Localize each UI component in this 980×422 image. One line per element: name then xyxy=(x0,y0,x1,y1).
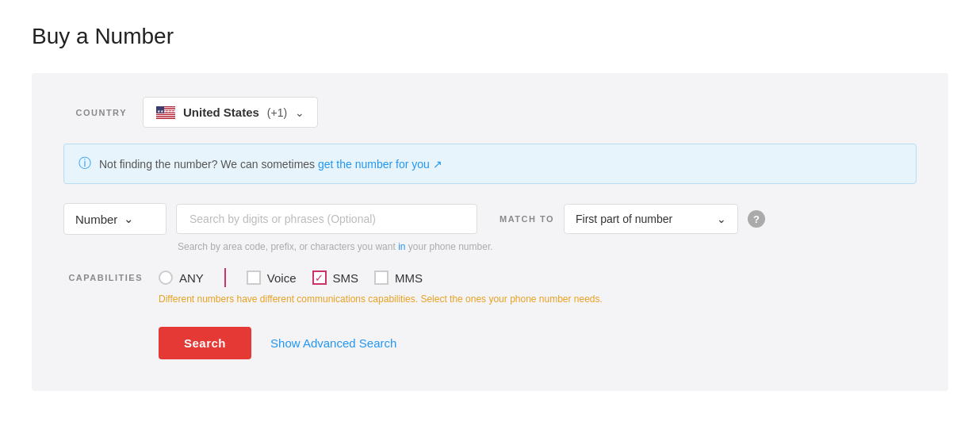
svg-rect-10 xyxy=(156,116,175,117)
sms-checkbox: ✓ xyxy=(312,270,327,285)
country-code: (+1) xyxy=(267,106,287,119)
voice-checkbox xyxy=(247,270,261,285)
country-label: COUNTRY xyxy=(63,108,127,117)
any-label: ANY xyxy=(179,271,204,285)
svg-rect-7 xyxy=(156,113,175,113)
capabilities-divider xyxy=(224,268,226,287)
search-button[interactable]: Search xyxy=(159,327,251,359)
sms-label: SMS xyxy=(333,271,359,285)
search-input[interactable] xyxy=(176,204,477,234)
svg-rect-12 xyxy=(156,117,175,118)
match-to-label: MATCH TO xyxy=(500,214,554,224)
capability-any[interactable]: ANY xyxy=(159,270,204,285)
search-row: Number ⌄ MATCH TO First part of number ⌄… xyxy=(63,203,917,235)
voice-label: Voice xyxy=(267,271,297,285)
page-title: Buy a Number xyxy=(32,24,948,49)
match-to-dropdown[interactable]: First part of number ⌄ xyxy=(564,204,738,234)
country-chevron-down-icon: ⌄ xyxy=(295,106,304,119)
capability-voice[interactable]: Voice xyxy=(247,270,297,285)
svg-text:★★★★★★: ★★★★★★ xyxy=(157,108,175,113)
mms-checkbox xyxy=(374,270,389,285)
info-text: Not finding the number? We can sometimes… xyxy=(99,158,442,171)
main-container: COUNTRY xyxy=(32,73,948,391)
svg-rect-11 xyxy=(156,117,175,117)
sms-checkmark-icon: ✓ xyxy=(315,273,323,283)
number-type-dropdown[interactable]: Number ⌄ xyxy=(63,203,167,235)
number-type-chevron-icon: ⌄ xyxy=(124,212,134,226)
info-circle-icon: ⓘ xyxy=(78,155,91,172)
match-to-chevron-icon: ⌄ xyxy=(717,213,726,225)
capabilities-label: CAPABILITIES xyxy=(63,273,143,282)
any-radio xyxy=(159,270,173,285)
mms-label: MMS xyxy=(395,271,423,285)
country-select-inner: ★★★★★★ United States (+1) xyxy=(156,106,287,119)
country-row: COUNTRY xyxy=(63,97,917,128)
svg-rect-8 xyxy=(156,113,175,114)
match-to-value: First part of number xyxy=(576,213,672,225)
number-type-label: Number xyxy=(75,213,117,226)
advanced-search-link[interactable]: Show Advanced Search xyxy=(270,336,396,350)
us-flag-icon: ★★★★★★ xyxy=(156,106,175,119)
country-name: United States xyxy=(183,106,259,119)
help-icon[interactable]: ? xyxy=(748,210,765,228)
search-hint: Search by area code, prefix, or characte… xyxy=(178,241,917,252)
actions-row: Search Show Advanced Search xyxy=(159,327,917,359)
country-select-dropdown[interactable]: ★★★★★★ United States (+1) ⌄ xyxy=(143,97,318,128)
capabilities-hint: Different numbers have different communi… xyxy=(159,293,917,305)
capability-sms[interactable]: ✓ SMS xyxy=(312,270,359,285)
info-banner: ⓘ Not finding the number? We can sometim… xyxy=(63,144,917,184)
capabilities-row: CAPABILITIES ANY Voice ✓ SMS MMS xyxy=(63,268,917,287)
svg-rect-9 xyxy=(156,115,175,116)
capability-mms[interactable]: MMS xyxy=(374,270,423,285)
get-number-link[interactable]: get the number for you ↗ xyxy=(318,158,442,171)
